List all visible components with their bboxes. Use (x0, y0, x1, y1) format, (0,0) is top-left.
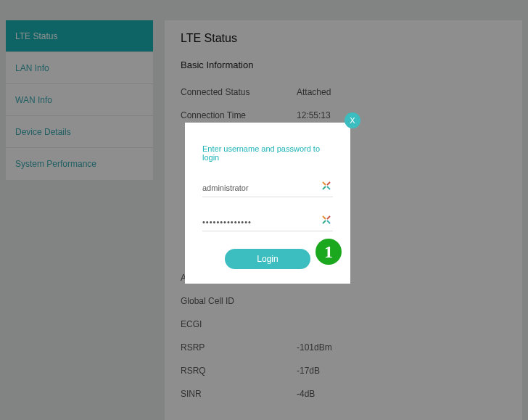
svg-line-1 (327, 186, 330, 189)
marker-label: 1 (324, 242, 333, 261)
password-input[interactable] (202, 213, 333, 231)
clear-icon[interactable] (321, 181, 331, 191)
password-row (202, 213, 333, 231)
svg-line-6 (327, 216, 330, 219)
svg-line-0 (323, 182, 326, 185)
close-button[interactable]: X (345, 112, 360, 128)
modal-heading: Enter username and password to login (202, 144, 333, 162)
svg-line-3 (323, 186, 326, 189)
svg-line-5 (327, 221, 330, 223)
username-row (202, 179, 333, 197)
login-button[interactable]: Login (225, 249, 310, 269)
annotation-marker-1: 1 (315, 239, 342, 265)
svg-line-7 (323, 221, 326, 223)
username-input[interactable] (202, 179, 333, 197)
svg-line-2 (327, 182, 330, 185)
login-button-label: Login (257, 254, 278, 264)
clear-icon[interactable] (321, 215, 331, 225)
svg-line-4 (323, 216, 326, 219)
close-icon: X (350, 116, 355, 125)
